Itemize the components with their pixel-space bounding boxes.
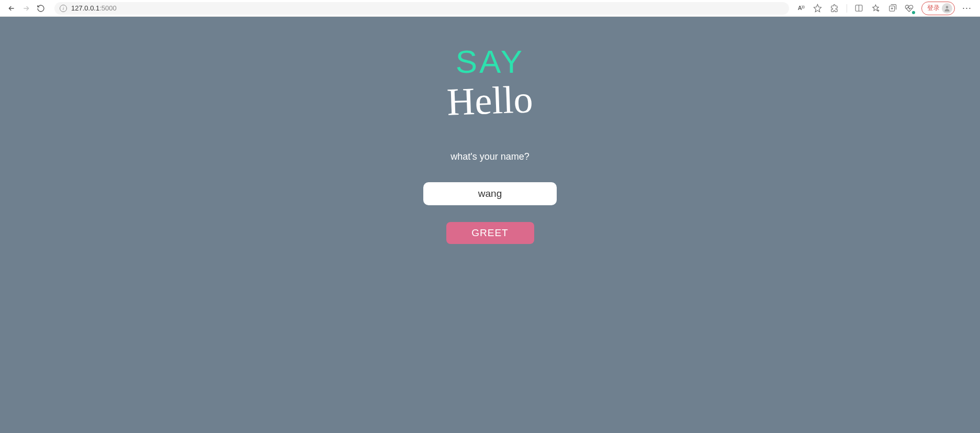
- favorite-button[interactable]: [813, 4, 823, 13]
- arrow-left-icon: [7, 4, 16, 13]
- more-menu-button[interactable]: ···: [962, 3, 972, 14]
- refresh-button[interactable]: [37, 4, 45, 13]
- avatar-icon: [942, 3, 952, 14]
- dots-icon: ···: [962, 3, 972, 14]
- back-button[interactable]: [7, 4, 16, 13]
- split-screen-button[interactable]: [854, 4, 864, 13]
- toolbar-divider: [847, 4, 847, 13]
- browser-toolbar: i 127.0.0.1:5000 A⁾⁾ 登录: [0, 0, 980, 17]
- puzzle-icon: [830, 4, 839, 13]
- greet-button[interactable]: GREET: [446, 222, 534, 244]
- nav-buttons: [5, 4, 47, 13]
- login-label: 登录: [927, 4, 940, 13]
- read-aloud-button[interactable]: A⁾⁾: [796, 4, 806, 13]
- login-button[interactable]: 登录: [921, 2, 955, 15]
- toolbar-right: A⁾⁾ 登录 ···: [796, 2, 975, 15]
- extensions-button[interactable]: [830, 4, 839, 13]
- url-display: 127.0.0.1:5000: [71, 4, 117, 12]
- name-prompt: what's your name?: [450, 151, 530, 162]
- collections-button[interactable]: [888, 4, 897, 13]
- star-plus-icon: [871, 4, 880, 13]
- read-aloud-icon: A⁾⁾: [798, 5, 804, 12]
- refresh-icon: [37, 4, 45, 13]
- url-host: 127.0.0.1: [71, 4, 99, 12]
- split-icon: [854, 4, 863, 13]
- name-input[interactable]: [423, 182, 557, 205]
- page-content: SAY Hello what's your name? GREET: [0, 17, 980, 433]
- forward-button[interactable]: [22, 4, 30, 13]
- address-bar[interactable]: i 127.0.0.1:5000: [54, 2, 789, 15]
- site-info-icon[interactable]: i: [60, 5, 67, 12]
- performance-button[interactable]: [905, 4, 914, 13]
- arrow-right-icon: [22, 4, 30, 13]
- svg-point-7: [946, 6, 949, 8]
- logo-hello: Hello: [446, 80, 534, 121]
- favorites-bar-button[interactable]: [871, 4, 881, 13]
- url-port: :5000: [99, 4, 117, 12]
- collections-icon: [888, 4, 897, 13]
- star-icon: [813, 4, 822, 13]
- logo-say: SAY: [456, 46, 524, 78]
